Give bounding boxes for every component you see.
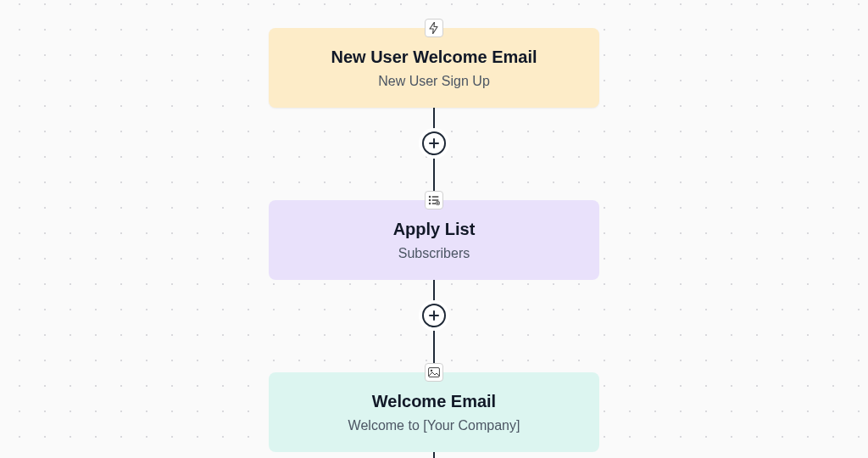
trigger-subtitle: New User Sign Up — [286, 73, 582, 91]
lightning-icon — [425, 19, 443, 37]
plus-icon — [422, 131, 446, 155]
svg-rect-1 — [432, 196, 439, 198]
image-mail-icon — [425, 363, 443, 382]
apply-list-node[interactable]: Apply List Subscribers — [269, 200, 599, 280]
svg-rect-7 — [429, 368, 440, 377]
add-step-button[interactable] — [419, 300, 449, 331]
svg-point-2 — [429, 199, 431, 201]
svg-rect-5 — [432, 203, 437, 204]
welcome-email-subtitle: Welcome to [Your Company] — [286, 417, 582, 435]
svg-point-0 — [429, 196, 431, 198]
plus-icon — [422, 304, 446, 327]
apply-list-subtitle: Subscribers — [286, 245, 582, 263]
trigger-node[interactable]: New User Welcome Email New User Sign Up — [269, 28, 599, 108]
svg-point-4 — [429, 203, 431, 204]
welcome-email-title: Welcome Email — [286, 391, 582, 412]
svg-rect-3 — [432, 199, 439, 201]
automation-canvas[interactable]: New User Welcome Email New User Sign Up … — [0, 0, 868, 458]
trigger-title: New User Welcome Email — [286, 47, 582, 68]
list-add-icon — [425, 191, 443, 209]
welcome-email-node[interactable]: Welcome Email Welcome to [Your Company] — [269, 372, 599, 452]
apply-list-title: Apply List — [286, 219, 582, 240]
add-step-button[interactable] — [419, 128, 449, 159]
svg-point-8 — [431, 370, 432, 371]
